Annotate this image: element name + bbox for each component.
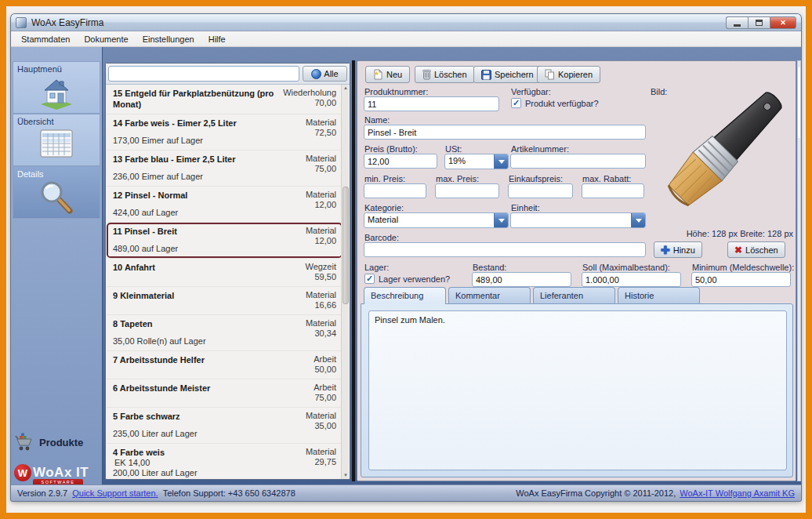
product-price: 12,00: [306, 236, 336, 246]
einheit-dropdown[interactable]: [510, 212, 646, 228]
kategorie-dropdown[interactable]: Material: [364, 212, 509, 228]
tab-historie[interactable]: Historie: [618, 287, 700, 303]
product-stock: 236,00 Eimer auf Lager: [113, 172, 236, 182]
min-preis-field[interactable]: [364, 183, 426, 198]
list-item[interactable]: 7 Arbeitsstunde HelferArbeit50,00: [107, 351, 343, 379]
scroll-up-icon[interactable]: ▲: [343, 85, 349, 92]
list-item[interactable]: 12 Pinsel - Normal424,00 auf LagerMateri…: [107, 187, 343, 223]
trash-icon: [422, 69, 431, 80]
minimize-button[interactable]: [726, 16, 748, 29]
max-rabatt-field[interactable]: [582, 183, 644, 198]
einheit-value: [511, 213, 631, 227]
name-field[interactable]: [364, 125, 646, 140]
product-name: 8 Tapeten: [113, 318, 206, 329]
lager-label: Lager:: [364, 263, 389, 272]
chevron-down-icon[interactable]: [494, 154, 508, 169]
preis-brutto-label: Preis (Brutto):: [364, 144, 418, 154]
description-textarea[interactable]: Pinsel zum Malen.: [368, 310, 787, 470]
list-item[interactable]: 10 AnfahrtWegzeit59,50: [107, 259, 343, 287]
list-scrollbar[interactable]: ▲ ▼: [341, 85, 349, 479]
close-button[interactable]: ✕: [770, 16, 796, 29]
sidebar-item-hauptmenu[interactable]: Hauptmenü: [13, 61, 100, 114]
magnifier-icon: [17, 180, 96, 216]
list-item[interactable]: 9 KleinmaterialMaterial16,66: [107, 287, 343, 315]
minimum-label: Minimum (Meldeschwelle):: [692, 263, 794, 272]
list-item[interactable]: 15 Entgeld für Parkplatzbenützung (pro M…: [107, 85, 343, 114]
scroll-down-icon[interactable]: ▼: [343, 472, 349, 479]
woax-logo[interactable]: W WoAx IT SOFTWARE SOLUTIONS blog: [14, 464, 102, 485]
list-item[interactable]: 14 Farbe weis - Eimer 2,5 Liter173,00 Ei…: [107, 114, 343, 151]
chevron-down-icon[interactable]: [631, 213, 645, 227]
save-button[interactable]: Speichern: [473, 66, 542, 83]
product-category: Material: [306, 318, 336, 328]
sidebar-item-details[interactable]: Details: [13, 166, 100, 219]
barcode-field[interactable]: [364, 242, 646, 257]
scroll-thumb[interactable]: [798, 67, 800, 138]
image-size-info: Höhe: 128 px Breite: 128 px: [654, 229, 793, 238]
image-add-button[interactable]: ✚ Hinzu: [654, 241, 702, 258]
chevron-down-icon[interactable]: [494, 213, 508, 227]
product-category: Wiederholung: [283, 88, 336, 98]
list-item[interactable]: 4 Farbe weisEK 14,00200,00 Liter auf Lag…: [107, 444, 343, 479]
window-right-scrollbar[interactable]: [797, 60, 801, 481]
tab-lieferanten[interactable]: Lieferanten: [533, 287, 615, 303]
menu-dokumente[interactable]: Dokumente: [77, 33, 135, 45]
sidebar-item-uebersicht[interactable]: Übersicht: [13, 114, 100, 166]
soll-field[interactable]: [582, 272, 681, 287]
menu-hilfe[interactable]: Hilfe: [201, 33, 233, 45]
product-price: 59,50: [305, 272, 336, 282]
list-item[interactable]: 11 Pinsel - Breit489,00 auf LagerMateria…: [107, 223, 343, 259]
company-link[interactable]: WoAx-IT Wolfgang Axamit KG: [680, 488, 795, 498]
bestand-field[interactable]: [472, 272, 571, 287]
list-item[interactable]: 6 Arbeitsstunde MeisterArbeit75,00: [107, 379, 343, 408]
copy-button[interactable]: Kopieren: [537, 66, 600, 83]
max-preis-field[interactable]: [435, 183, 499, 198]
lager-verwenden-checkbox[interactable]: ✓ Lager verwenden?: [364, 274, 450, 284]
product-stock: 173,00 Eimer auf Lager: [113, 136, 237, 146]
einkaufspreis-label: Einkaufspreis:: [509, 174, 563, 183]
logo-text: WoAx IT: [33, 465, 89, 481]
kategorie-label: Kategorie:: [364, 203, 404, 212]
list-item[interactable]: 13 Farbe blau - Eimer 2,5 Liter236,00 Ei…: [107, 151, 343, 187]
delete-button[interactable]: Löschen: [415, 66, 475, 83]
tab-beschreibung[interactable]: Beschreibung: [364, 287, 446, 304]
list-item[interactable]: 8 Tapeten35,00 Rolle(n) auf LagerMateria…: [107, 315, 343, 351]
search-input[interactable]: [108, 66, 299, 82]
checkbox-label: Produkt verfügbar?: [525, 99, 599, 108]
menu-einstellungen[interactable]: Einstellungen: [136, 33, 201, 45]
paintbrush-image: [649, 75, 795, 229]
produktnummer-field[interactable]: [364, 96, 499, 111]
product-price: 50,00: [314, 365, 336, 375]
new-button[interactable]: Neu: [365, 66, 410, 83]
artikelnummer-field[interactable]: [510, 154, 646, 169]
product-name: 10 Anfahrt: [113, 262, 155, 273]
tab-kommentar[interactable]: Kommentar: [448, 287, 531, 303]
einkaufspreis-field[interactable]: [508, 183, 573, 198]
ust-value: 19%: [445, 154, 494, 169]
maximize-button[interactable]: [748, 16, 770, 29]
alle-filter-button[interactable]: Alle: [303, 66, 347, 82]
app-window: WoAx EasyFirma ✕ Stammdaten Dokumente Ei…: [11, 14, 801, 501]
barcode-label: Barcode:: [364, 233, 399, 242]
sidebar: Hauptmenü Übersicht: [11, 47, 103, 485]
produkte-shortcut[interactable]: Produkte: [14, 433, 102, 452]
product-name: 9 Kleinmaterial: [113, 290, 174, 301]
product-category: Material: [306, 447, 336, 457]
image-delete-button[interactable]: ✖ Löschen: [727, 241, 785, 258]
preis-brutto-field[interactable]: [364, 154, 437, 169]
ust-label: USt:: [445, 144, 462, 154]
checkbox-check-icon: ✓: [511, 98, 521, 108]
minimum-field[interactable]: [691, 272, 791, 287]
menu-stammdaten[interactable]: Stammdaten: [14, 33, 77, 45]
ust-dropdown[interactable]: 19%: [444, 154, 509, 169]
title-bar[interactable]: WoAx EasyFirma ✕: [11, 14, 801, 31]
list-item[interactable]: 5 Farbe schwarz235,00 Liter auf LagerMat…: [107, 408, 343, 444]
checkbox-label: Lager verwenden?: [379, 274, 450, 284]
alle-button-label: Alle: [324, 69, 338, 78]
scroll-thumb[interactable]: [343, 187, 349, 304]
tab-page: Pinsel zum Malen.: [361, 303, 793, 477]
quick-support-link[interactable]: Quick Support starten.: [72, 488, 158, 498]
product-price: 16,66: [306, 300, 336, 310]
search-row: Alle: [106, 64, 350, 85]
produkt-verfuegbar-checkbox[interactable]: ✓ Produkt verfügbar?: [511, 98, 599, 108]
